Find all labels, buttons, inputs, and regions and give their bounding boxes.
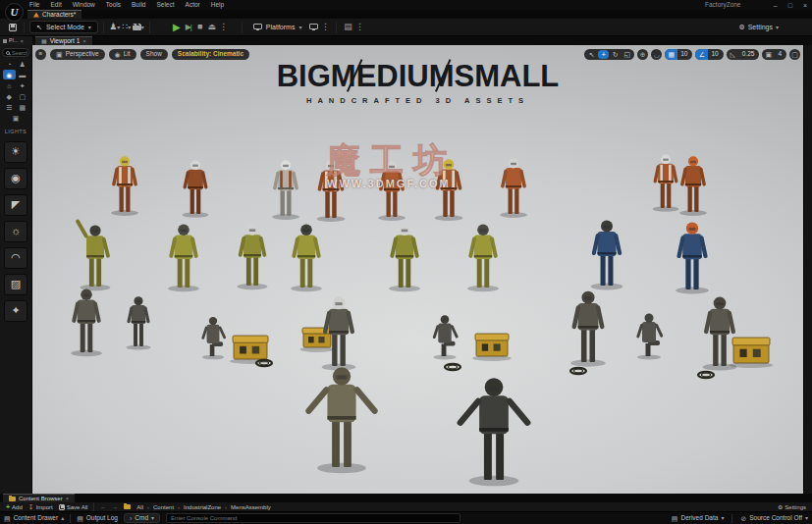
menu-build[interactable]: Build bbox=[132, 2, 145, 9]
cable-coil[interactable] bbox=[570, 368, 586, 374]
tab-place-actors[interactable]: Pl... × bbox=[0, 36, 32, 45]
select-tool[interactable]: ↖ bbox=[586, 50, 597, 59]
platforms-dropdown[interactable]: Platforms ▾ bbox=[247, 21, 308, 33]
save-button[interactable] bbox=[7, 21, 19, 34]
character-figure[interactable] bbox=[168, 224, 199, 291]
character-figure[interactable] bbox=[467, 224, 499, 291]
category-basic[interactable]: ♟ bbox=[17, 59, 29, 69]
character-figure[interactable] bbox=[591, 220, 623, 289]
breadcrumb-mensassembly[interactable]: MensAssembly bbox=[231, 504, 271, 510]
place-actors-search[interactable] bbox=[2, 48, 29, 57]
cmd-dropdown[interactable]: › Cmd ▾ bbox=[124, 513, 160, 523]
misc-tool-kebab[interactable]: ⋮ bbox=[353, 21, 365, 34]
content-drawer-button[interactable]: ▤ Content Drawer ▴ bbox=[4, 515, 64, 522]
close-icon[interactable]: × bbox=[66, 496, 70, 501]
save-all-button[interactable]: Save All bbox=[59, 504, 88, 510]
play-options-kebab[interactable]: ⋮ bbox=[218, 21, 230, 34]
perspective-dropdown[interactable]: ▣ Perspective bbox=[50, 49, 105, 60]
place-item-directional-light[interactable]: ☀ bbox=[4, 141, 27, 163]
category-architecture[interactable]: ⌂ bbox=[3, 80, 16, 90]
select-mode-dropdown[interactable]: ↖ Select Mode ▾ bbox=[29, 21, 98, 33]
world-local-toggle[interactable]: ⊕ bbox=[637, 49, 648, 60]
tab-content-browser[interactable]: Content Browser × bbox=[3, 494, 75, 502]
equipment-box[interactable] bbox=[472, 334, 512, 361]
add-actor-button[interactable]: ♟▾ bbox=[109, 21, 121, 34]
tab-characters-level[interactable]: Characters* bbox=[27, 10, 81, 19]
import-button[interactable]: ↧Import bbox=[28, 503, 53, 510]
character-figure[interactable] bbox=[456, 378, 531, 486]
launch-device-button[interactable] bbox=[307, 21, 319, 34]
maximize-viewport-button[interactable]: ▢ bbox=[789, 49, 800, 60]
character-figure[interactable] bbox=[75, 219, 110, 290]
character-figure[interactable] bbox=[432, 315, 459, 359]
character-figure[interactable] bbox=[183, 160, 209, 218]
category-volumes[interactable]: ▢ bbox=[17, 91, 29, 101]
move-tool[interactable]: + bbox=[598, 50, 609, 59]
unreal-logo-icon[interactable]: U bbox=[5, 3, 24, 22]
blueprints-button[interactable]: ∷▾ bbox=[121, 21, 133, 34]
tab-viewport-1[interactable]: ▦ Viewport 1 × bbox=[35, 36, 92, 45]
launch-options-kebab[interactable]: ⋮ bbox=[319, 21, 331, 34]
character-figure[interactable] bbox=[71, 288, 102, 356]
maximize-button[interactable]: □ bbox=[788, 2, 792, 9]
category-shapes[interactable]: ▣ bbox=[10, 113, 22, 123]
character-figure[interactable] bbox=[238, 224, 268, 289]
console-command-input[interactable] bbox=[166, 513, 460, 523]
category-cinematic[interactable]: ▬ bbox=[17, 70, 29, 79]
stop-button[interactable]: ■ bbox=[194, 21, 206, 34]
character-figure[interactable] bbox=[272, 160, 299, 220]
add-button[interactable]: +Add bbox=[6, 503, 23, 510]
play-button[interactable]: ▶ bbox=[171, 21, 183, 34]
scale-snap-control[interactable]: ◺ 0.25 bbox=[727, 49, 760, 60]
scale-tool[interactable]: ◱ bbox=[622, 50, 632, 59]
misc-tool-button[interactable]: ▤ bbox=[342, 21, 353, 34]
category-recently-placed[interactable]: ◔ bbox=[3, 59, 16, 69]
category-lights[interactable]: ◉ bbox=[3, 70, 16, 79]
menu-actor[interactable]: Actor bbox=[186, 2, 200, 9]
menu-select[interactable]: Select bbox=[156, 2, 174, 9]
forward-button[interactable]: → bbox=[112, 504, 118, 510]
place-item-volumetric-cloud[interactable]: ✦ bbox=[4, 300, 27, 322]
character-figure[interactable] bbox=[653, 154, 679, 212]
search-input[interactable] bbox=[12, 50, 27, 56]
character-figure[interactable] bbox=[703, 297, 737, 371]
character-figure[interactable] bbox=[304, 367, 379, 473]
show-dropdown[interactable]: Show bbox=[140, 49, 168, 60]
character-figure[interactable] bbox=[676, 223, 709, 294]
cable-coil[interactable] bbox=[445, 364, 460, 370]
menu-help[interactable]: Help bbox=[211, 2, 224, 9]
camera-speed-control[interactable]: ▣ 4 bbox=[762, 49, 786, 60]
menu-window[interactable]: Window bbox=[73, 2, 95, 9]
character-figure[interactable] bbox=[111, 156, 138, 216]
character-figure[interactable] bbox=[679, 156, 707, 216]
viewport-options-menu[interactable]: ≡ bbox=[35, 49, 46, 60]
scalability-warning-button[interactable]: Scalability: Cinematic bbox=[172, 49, 249, 60]
cinematics-button[interactable]: ▾ bbox=[133, 21, 144, 34]
source-control-button[interactable]: ⊘ Source Control Off ▾ bbox=[740, 515, 808, 522]
character-figure[interactable] bbox=[435, 159, 463, 221]
viewport-3d[interactable]: BIGMEDIUMSMALL HANDCRAFTED 3D ASSETS 魔工坊… bbox=[32, 45, 803, 494]
rotate-tool[interactable]: ↻ bbox=[610, 50, 621, 59]
place-item-sky-atmosphere[interactable]: ▨ bbox=[4, 274, 27, 295]
back-button[interactable]: ← bbox=[100, 504, 106, 510]
surface-snapping-toggle[interactable]: ◡ bbox=[651, 49, 662, 60]
content-browser-settings[interactable]: ⚙ Settings bbox=[778, 504, 806, 510]
place-item-rect-light[interactable]: ☼ bbox=[4, 221, 27, 242]
eject-button[interactable]: ⏏ bbox=[206, 21, 218, 34]
output-log-button[interactable]: ▤ Output Log bbox=[77, 515, 118, 522]
menu-tools[interactable]: Tools bbox=[106, 2, 121, 9]
character-figure[interactable] bbox=[127, 296, 151, 349]
close-icon[interactable]: × bbox=[82, 38, 86, 44]
rotation-snap-control[interactable]: ∠ 10 bbox=[695, 49, 723, 60]
category-all-classes[interactable]: ☰ bbox=[3, 102, 16, 112]
breadcrumb-content[interactable]: Content bbox=[153, 504, 174, 510]
derived-data-button[interactable]: ▤ Derived Data ▾ bbox=[672, 515, 725, 522]
character-figure[interactable] bbox=[317, 160, 346, 222]
close-icon[interactable]: × bbox=[20, 38, 24, 44]
view-mode-dropdown[interactable]: ◉ Lit bbox=[109, 49, 136, 60]
breadcrumb-industrialzone[interactable]: IndustrialZone bbox=[184, 504, 221, 510]
category-misc[interactable]: ▩ bbox=[17, 102, 29, 112]
skip-frame-button[interactable]: ▶| bbox=[183, 21, 194, 34]
category-geometry[interactable]: ◆ bbox=[3, 91, 16, 101]
character-figure[interactable] bbox=[389, 224, 420, 291]
